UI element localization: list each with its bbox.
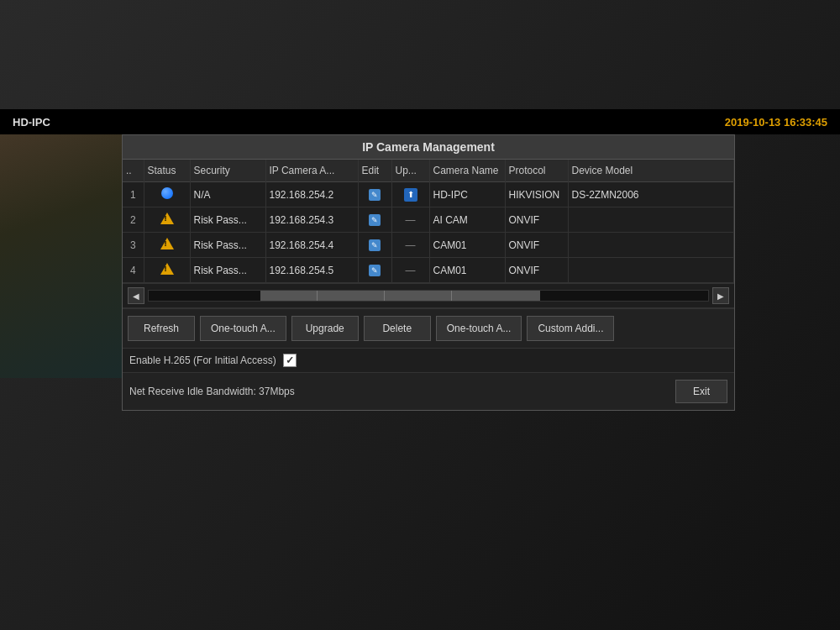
dvr-header: HD-IPC 2019-10-13 16:33:45 (0, 109, 840, 134)
cell-camera-name: HD-IPC (429, 182, 505, 207)
table-row[interactable]: 2Risk Pass...192.168.254.3✎—AI CAMONVIF (123, 207, 734, 233)
cell-num: 1 (123, 182, 144, 207)
cell-ip: 192.168.254.5 (265, 258, 358, 283)
camera-feed (0, 109, 130, 378)
cell-status (144, 233, 190, 258)
scroll-track[interactable] (148, 290, 709, 302)
cell-status (144, 207, 190, 233)
status-warning-icon (160, 263, 174, 275)
cell-status (144, 182, 190, 207)
scroll-left-button[interactable]: ◀ (128, 287, 144, 304)
cell-ip: 192.168.254.4 (265, 233, 358, 258)
dash-icon: — (406, 214, 416, 226)
cell-num: 4 (123, 258, 144, 283)
edit-pencil-icon[interactable]: ✎ (369, 214, 381, 226)
cell-status (144, 258, 190, 283)
exit-button[interactable]: Exit (675, 380, 727, 403)
cell-up[interactable]: — (391, 258, 429, 283)
col-header-up: Up... (391, 160, 429, 182)
cell-protocol: ONVIF (505, 233, 568, 258)
scroll-right-button[interactable]: ▶ (712, 287, 729, 304)
cell-device-model (568, 233, 734, 258)
dash-icon: — (406, 239, 416, 251)
h265-checkbox[interactable]: ✓ (283, 354, 297, 367)
status-warning-icon (160, 213, 174, 224)
upgrade-button[interactable]: Upgrade (291, 316, 359, 341)
col-header-ip: IP Camera A... (265, 160, 358, 182)
cell-num: 2 (123, 207, 144, 233)
custom-add-button[interactable]: Custom Addi... (527, 316, 614, 341)
ip-camera-management-dialog: IP Camera Management .. Status Security … (122, 134, 735, 411)
cell-num: 3 (123, 233, 144, 258)
col-header-model: Device Model (568, 160, 734, 182)
cell-camera-name: CAM01 (429, 233, 505, 258)
h265-label: Enable H.265 (For Initial Access) (129, 354, 276, 366)
table-row[interactable]: 1N/A192.168.254.2✎⬆HD-IPCHIKVISIONDS-2ZM… (123, 182, 734, 207)
cell-up[interactable]: — (391, 207, 429, 233)
col-header-num: .. (123, 160, 144, 182)
h265-row: Enable H.265 (For Initial Access) ✓ (123, 348, 734, 372)
status-connected-icon (161, 187, 173, 199)
col-header-edit: Edit (358, 160, 391, 182)
cell-security: Risk Pass... (190, 207, 265, 233)
dvr-datetime: 2019-10-13 16:33:45 (725, 116, 827, 129)
bandwidth-status: Net Receive Idle Bandwidth: 37Mbps (129, 386, 295, 397)
upload-icon[interactable]: ⬆ (404, 188, 417, 202)
cell-protocol: ONVIF (505, 207, 568, 233)
cell-device-model: DS-2ZMN2006 (568, 182, 734, 207)
cell-edit[interactable]: ✎ (358, 233, 391, 258)
edit-pencil-icon[interactable]: ✎ (369, 265, 381, 276)
dvr-label: HD-IPC (13, 116, 50, 129)
edit-pencil-icon[interactable]: ✎ (369, 239, 381, 251)
dialog-title: IP Camera Management (123, 135, 734, 160)
cell-security: N/A (190, 182, 265, 207)
cell-up[interactable]: ⬆ (391, 182, 429, 207)
cell-security: Risk Pass... (190, 258, 265, 283)
cell-edit[interactable]: ✎ (358, 182, 391, 207)
cell-device-model (568, 258, 734, 283)
action-buttons-row: Refresh One-touch A... Upgrade Delete On… (123, 308, 734, 348)
cell-ip: 192.168.254.3 (265, 207, 358, 233)
col-header-status: Status (144, 160, 190, 182)
camera-table: .. Status Security IP Camera A... Edit U… (123, 160, 734, 283)
cell-protocol: HIKVISION (505, 182, 568, 207)
horizontal-scrollbar: ◀ ▶ (123, 283, 734, 308)
status-bar: Net Receive Idle Bandwidth: 37Mbps Exit (123, 372, 734, 410)
table-row[interactable]: 3Risk Pass...192.168.254.4✎—CAM01ONVIF (123, 233, 734, 258)
cell-up[interactable]: — (391, 233, 429, 258)
col-header-protocol: Protocol (505, 160, 568, 182)
checkbox-check-mark: ✓ (286, 354, 294, 366)
table-row[interactable]: 4Risk Pass...192.168.254.5✎—CAM01ONVIF (123, 258, 734, 283)
edit-pencil-icon[interactable]: ✎ (369, 189, 381, 201)
dash-icon: — (406, 265, 416, 276)
cell-ip: 192.168.254.2 (265, 182, 358, 207)
col-header-security: Security (190, 160, 265, 182)
one-touch-add-button-2[interactable]: One-touch A... (436, 316, 522, 341)
cell-device-model (568, 207, 734, 233)
cell-camera-name: AI CAM (429, 207, 505, 233)
col-header-name: Camera Name (429, 160, 505, 182)
cell-camera-name: CAM01 (429, 258, 505, 283)
cell-edit[interactable]: ✎ (358, 258, 391, 283)
one-touch-add-button-1[interactable]: One-touch A... (200, 316, 286, 341)
status-warning-icon (160, 238, 174, 249)
cell-security: Risk Pass... (190, 233, 265, 258)
scroll-thumb[interactable] (260, 291, 540, 301)
cell-protocol: ONVIF (505, 258, 568, 283)
refresh-button[interactable]: Refresh (128, 316, 195, 341)
cell-edit[interactable]: ✎ (358, 207, 391, 233)
delete-button[interactable]: Delete (364, 316, 431, 341)
